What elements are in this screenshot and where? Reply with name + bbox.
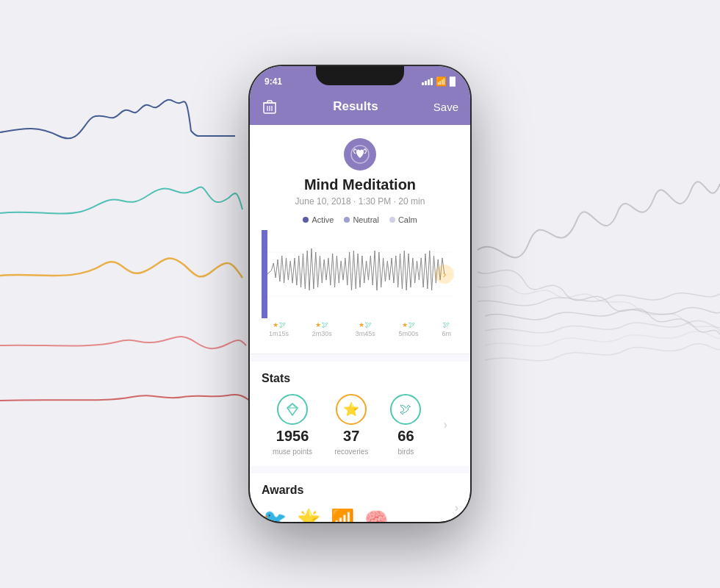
delete-button[interactable]: [262, 98, 278, 115]
legend-calm: Calm: [389, 215, 417, 224]
timeline-marker-4: 🕊 6m: [442, 321, 451, 337]
timeline-marker-3: ★ 🕊 5m00s: [399, 321, 419, 337]
timeline-marker-2: ★ 🕊 3m45s: [356, 321, 375, 337]
birds-icon: 🕊: [390, 394, 421, 425]
timeline-time-0: 1m15s: [269, 330, 289, 337]
bird-icon-3: 🕊: [408, 321, 415, 329]
session-icon: [344, 138, 376, 171]
session-card: Mind Meditation June 10, 2018 · 1:30 PM …: [250, 125, 470, 354]
timeline-icons-0: ★ 🕊: [273, 321, 286, 329]
legend-dot-active: [303, 217, 309, 223]
timeline-time-1: 2m30s: [312, 330, 332, 337]
chart-svg: [262, 230, 458, 318]
birds-label: birds: [398, 448, 414, 456]
status-time: 9:41: [264, 76, 282, 87]
app-header: Results Save: [250, 93, 470, 125]
stat-muse-points: 1956 muse points: [273, 394, 312, 456]
birds-value: 66: [397, 428, 414, 445]
star-icon-0: ★: [273, 321, 278, 329]
legend-label-calm: Calm: [398, 215, 417, 224]
timeline-time-3: 5m00s: [399, 330, 419, 337]
recoveries-label: recoveries: [334, 448, 368, 456]
wifi-icon: 📶: [436, 76, 447, 87]
save-button[interactable]: Save: [433, 101, 458, 113]
star-icon-1: ★: [315, 321, 321, 329]
timeline-icons-2: ★ 🕊: [359, 321, 372, 329]
stats-row: 1956 muse points ⭐ 37 recoveries 🕊: [262, 394, 458, 456]
awards-title: Awards: [262, 484, 455, 497]
stat-recoveries: ⭐ 37 recoveries: [334, 394, 368, 456]
header-title: Results: [333, 99, 378, 114]
brain-chart[interactable]: ›: [262, 230, 458, 318]
legend-dot-calm: [389, 217, 395, 223]
star-icon-2: ★: [359, 321, 364, 329]
screen-content[interactable]: Mind Meditation June 10, 2018 · 1:30 PM …: [250, 125, 470, 522]
battery-icon: ▉: [450, 77, 456, 87]
award-bird-icon: 🐦: [262, 506, 288, 522]
award-brain-icon: 🧠: [363, 506, 389, 522]
status-icons: 📶 ▉: [422, 76, 456, 87]
timeline-time-4: 6m: [442, 330, 451, 337]
timeline-marker-1: ★ 🕊 2m30s: [312, 321, 332, 337]
chart-timeline: ★ 🕊 1m15s ★ 🕊 2m30s ★: [262, 318, 458, 343]
session-date: June 10, 2018 · 1:30 PM · 20 min: [295, 196, 425, 207]
legend-active: Active: [303, 215, 334, 224]
awards-chevron-icon[interactable]: ›: [455, 501, 458, 514]
timeline-time-2: 3m45s: [356, 330, 375, 337]
timeline-icons-4: 🕊: [443, 321, 450, 329]
stats-section: Stats 1956 muse points: [250, 362, 470, 466]
bird-icon-2: 🕊: [365, 321, 372, 329]
chart-blue-bar: [262, 230, 267, 318]
muse-points-label: muse points: [273, 448, 312, 456]
bird-icon-4: 🕊: [443, 321, 450, 329]
signal-icon: [422, 78, 433, 85]
stats-title: Stats: [262, 372, 458, 385]
diamond-icon: [284, 401, 300, 417]
legend-label-neutral: Neutral: [353, 215, 378, 224]
muse-points-value: 1956: [276, 428, 309, 445]
awards-icons-row: 🐦 🌟 📶 🧠: [262, 506, 455, 522]
awards-content: Awards 🐦 🌟 📶 🧠: [262, 484, 455, 522]
bird-icon-0: 🕊: [279, 321, 286, 329]
phone-screen: 9:41 📶 ▉: [250, 66, 470, 522]
awards-section[interactable]: Awards 🐦 🌟 📶 🧠 ›: [250, 473, 470, 522]
phone-notch: [316, 66, 404, 85]
chart-scroll-button[interactable]: ›: [435, 265, 454, 284]
legend-label-active: Active: [312, 215, 334, 224]
bird-icon-1: 🕊: [322, 321, 328, 329]
timeline-icons-3: ★ 🕊: [402, 321, 415, 329]
phone-device: 9:41 📶 ▉: [250, 66, 470, 522]
star-icon-3: ★: [402, 321, 408, 329]
timeline-marker-0: ★ 🕊 1m15s: [269, 321, 289, 337]
stats-chevron-icon[interactable]: ›: [444, 418, 447, 431]
chart-legend: Active Neutral Calm: [303, 215, 417, 224]
muse-points-icon: [277, 394, 308, 425]
session-title: Mind Meditation: [304, 176, 416, 193]
stat-birds: 🕊 66 birds: [390, 394, 421, 456]
award-signal-icon: 📶: [329, 506, 356, 522]
timeline-icons-1: ★ 🕊: [315, 321, 328, 329]
legend-dot-neutral: [344, 217, 350, 223]
legend-neutral: Neutral: [344, 215, 378, 224]
award-sun-icon: 🌟: [295, 506, 322, 522]
recoveries-icon: ⭐: [336, 394, 367, 425]
recoveries-value: 37: [343, 428, 359, 445]
